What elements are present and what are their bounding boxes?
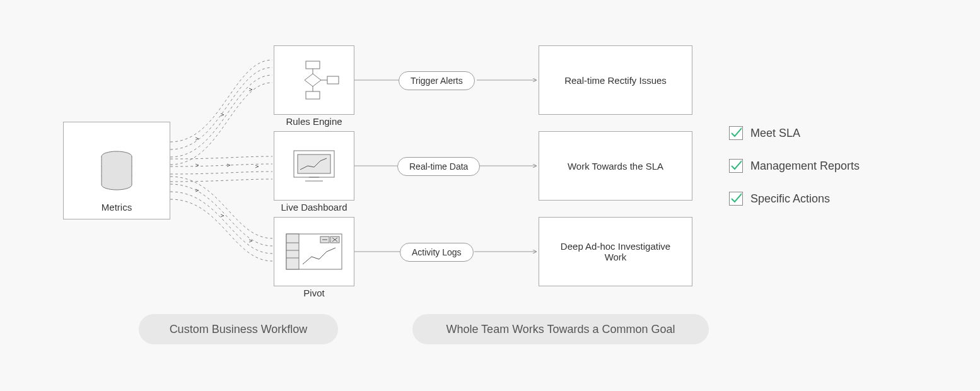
svg-rect-20 (286, 234, 299, 269)
metrics-node: Metrics (63, 122, 170, 219)
pivot-label: Pivot (274, 288, 354, 298)
common-goal-pill: Whole Team Works Towards a Common Goal (412, 314, 709, 344)
check-label: Management Reports (750, 160, 860, 173)
check-mgmt-reports: Management Reports (729, 159, 860, 173)
flowchart-icon (274, 46, 354, 114)
check-icon (729, 192, 743, 206)
rectify-result: Real-time Rectify Issues (539, 45, 692, 115)
pivot-node (274, 217, 354, 286)
sla-result: Work Towards the SLA (539, 131, 692, 201)
svg-rect-12 (306, 91, 320, 99)
trigger-alerts-pill: Trigger Alerts (399, 71, 475, 90)
check-icon (729, 159, 743, 173)
realtime-data-pill: Real-time Data (397, 157, 480, 176)
metrics-label: Metrics (64, 202, 170, 213)
check-meet-sla: Meet SLA (729, 126, 800, 140)
rules-engine-label: Rules Engine (274, 116, 354, 127)
check-specific-actions: Specific Actions (729, 192, 830, 206)
svg-rect-16 (298, 155, 330, 173)
svg-rect-14 (327, 76, 339, 84)
svg-marker-10 (305, 74, 321, 86)
live-dashboard-label: Live Dashboard (274, 202, 354, 213)
check-label: Specific Actions (750, 192, 830, 206)
custom-workflow-pill: Custom Business Workflow (139, 314, 338, 344)
activity-logs-pill: Activity Logs (400, 243, 474, 262)
investigative-result: Deep Ad-hoc Investigative Work (539, 217, 692, 286)
check-label: Meet SLA (750, 127, 800, 140)
rules-engine-node (274, 45, 354, 115)
svg-rect-8 (306, 61, 320, 69)
check-icon (729, 126, 743, 140)
live-dashboard-node (274, 131, 354, 201)
dashboard-icon (274, 132, 354, 200)
pivot-icon (274, 218, 354, 286)
